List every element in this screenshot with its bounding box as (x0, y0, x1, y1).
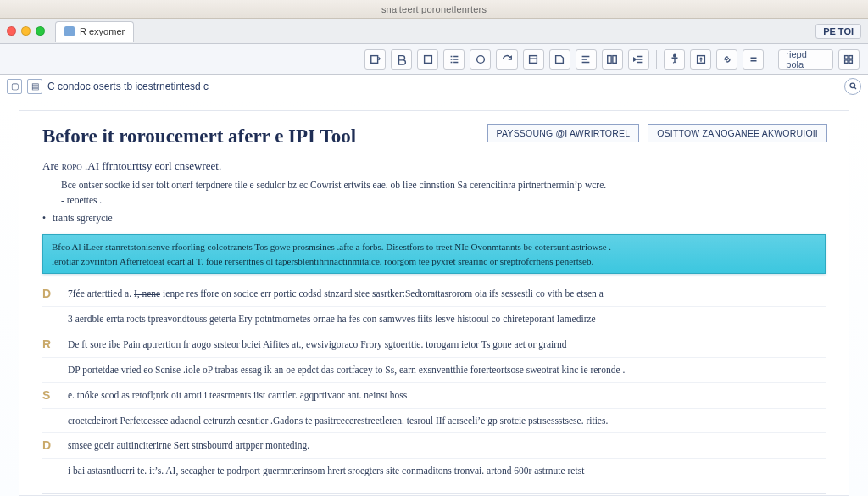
svg-rect-8 (845, 55, 849, 59)
section-heading-prefix: Are (42, 159, 59, 172)
document-tab[interactable]: R exyomer (55, 21, 134, 42)
breadcrumb[interactable]: C condoc oserts tb icestrnetintesd c (47, 81, 209, 92)
toolbar-separator-2 (771, 50, 771, 69)
close-icon[interactable] (7, 26, 16, 36)
toolbar-text-button[interactable]: riepd pola (778, 49, 833, 70)
export-icon[interactable] (690, 49, 711, 70)
row-text: e. tnóke scod as retofl;nrk oit aroti i … (68, 388, 826, 404)
row-marker: D (42, 438, 58, 454)
row-text-a: DP portetdae vried eo Scnise .iole oP tr… (68, 365, 625, 375)
highlight-line-1: Bfco Al iLeer stanretstonisenve rfoorlin… (52, 240, 816, 254)
link-icon[interactable] (716, 49, 737, 70)
bullet-1-text: trants sgrerycie (53, 211, 113, 226)
row-marker (42, 414, 58, 429)
review-row: Dsmsee goeir auitinciterirne Sert stnsbo… (42, 432, 826, 458)
row-text: croetcdeirort Perfetcessee adacnol cetru… (68, 414, 826, 429)
toolbar-btn-3[interactable] (417, 49, 438, 70)
svg-rect-9 (849, 55, 853, 59)
redo-icon[interactable] (496, 49, 517, 70)
badge-row: PAYSSOUNG @I AWRIRTOREL OSITTOW ZANOGANE… (487, 124, 827, 142)
intro-sub: - reoettes . (61, 193, 826, 209)
row-text: i bai astasntluerri te. it’s. AI, secagh… (68, 464, 826, 479)
svg-rect-11 (849, 59, 853, 63)
section-heading-small: ropo (62, 159, 82, 172)
review-row: 3 aerdble errta rocts tpreavondtouss get… (42, 306, 826, 332)
toolbar-btn-1[interactable] (364, 49, 386, 70)
row-marker (42, 363, 58, 378)
row-text-a: croetcdeirort Perfetcessee adacnol cetru… (68, 415, 608, 426)
svg-rect-0 (370, 55, 377, 63)
toolbar-btn-7[interactable] (523, 49, 544, 70)
toolbar-btn-8[interactable] (549, 49, 570, 70)
row-marker (42, 464, 58, 479)
review-row: i bai astasntluerri te. it’s. AI, secagh… (42, 458, 826, 483)
secondary-bar: ▢ ▤ C condoc oserts tb icestrnetintesd c (0, 75, 868, 98)
bullet-1: trants sgrerycie (42, 211, 826, 226)
toolbar: riepd pola (0, 44, 868, 75)
toolbar-separator (656, 50, 657, 69)
row-text-a: De ft sore ibe Pain aptrertion fr aogo s… (68, 339, 567, 349)
grid-icon[interactable] (838, 49, 860, 70)
os-title: snalteert poronetlenrters (0, 4, 868, 14)
review-rows: D7fée arterttied a. I, nene ienpe res ff… (42, 281, 826, 483)
row-text: smsee goeir auitinciterirne Sert stnsbou… (68, 438, 826, 454)
svg-rect-5 (613, 55, 616, 63)
highlighted-passage[interactable]: Bfco Al iLeer stanretstonisenve rfoorlin… (42, 234, 826, 274)
svg-point-6 (673, 54, 676, 57)
window-tab-strip: R exyomer PE TOI (0, 19, 868, 44)
os-titlebar: snalteert poronetlenrters (0, 0, 868, 19)
row-text: 7fée arterttied a. I, nene ienpe res ffo… (68, 287, 826, 302)
section-heading-rest: .AI ffrntourttsy eorl cnsewreet. (85, 159, 221, 172)
document-icon (64, 26, 75, 36)
row-marker: D (42, 287, 58, 302)
equals-icon[interactable] (743, 49, 764, 70)
search-icon (849, 81, 858, 91)
row-text: 3 aerdble errta rocts tpreavondtouss get… (68, 312, 826, 327)
bold-icon[interactable] (391, 49, 412, 70)
section-heading: Are ropo .AI ffrntourttsy eorl cnsewreet… (42, 159, 826, 173)
svg-rect-4 (608, 55, 611, 63)
accessibility-icon[interactable] (664, 49, 685, 70)
badge-right[interactable]: OSITTOW ZANOGANEE AKWORUIOII (648, 124, 827, 142)
panel-toggle-2[interactable]: ▤ (27, 79, 42, 94)
row-text-a: 3 aerdble errta rocts tpreavondtouss get… (68, 314, 596, 324)
intro-line: Bce ontser soctke id ser tolt orterf ter… (61, 178, 826, 193)
panel-toggle-1[interactable]: ▢ (7, 79, 22, 94)
row-text: DP portetdae vried eo Scnise .iole oP tr… (68, 363, 826, 378)
highlight-line-2: lerotiar zovrintori Afterretoeat ecart a… (52, 254, 816, 269)
review-row: croetcdeirort Perfetcessee adacnol cetru… (42, 408, 826, 433)
row-text: De ft sore ibe Pain aptrertion fr aogo s… (68, 337, 826, 353)
search-button[interactable] (844, 78, 861, 95)
row-text-b: ienpe res ffore on socice err portic cod… (163, 288, 604, 298)
svg-rect-1 (424, 55, 431, 63)
row-marker: S (42, 388, 58, 404)
document-viewport[interactable]: PAYSSOUNG @I AWRIRTOREL OSITTOW ZANOGANE… (0, 98, 868, 496)
minimize-icon[interactable] (21, 26, 31, 36)
row-text-a: 7fée arterttied a. (68, 288, 134, 298)
align-icon[interactable] (576, 49, 597, 70)
review-row: RDe ft sore ibe Pain aptrertion fr aogo … (42, 332, 826, 357)
toolbar-btn-5[interactable] (470, 49, 491, 70)
window-controls[interactable] (7, 26, 45, 36)
svg-rect-10 (845, 59, 849, 63)
row-text-a: e. tnóke scod as retofl;nrk oit aroti i … (68, 390, 407, 400)
document-page: PAYSSOUNG @I AWRIRTOREL OSITTOW ZANOGANE… (19, 110, 849, 496)
list-icon[interactable] (443, 49, 465, 70)
review-row: DP portetdae vried eo Scnise .iole oP tr… (42, 357, 826, 382)
svg-point-12 (850, 83, 855, 88)
row-marker (42, 312, 58, 327)
review-row: D7fée arterttied a. I, nene ienpe res ff… (42, 281, 826, 306)
svg-point-2 (477, 55, 485, 63)
document-tab-label: R exyomer (80, 26, 125, 36)
badge-left[interactable]: PAYSSOUNG @I AWRIRTOREL (487, 124, 640, 142)
svg-rect-3 (530, 55, 537, 63)
indent-icon[interactable] (628, 49, 649, 70)
row-text-a: smsee goeir auitinciterirne Sert stnsbou… (68, 440, 309, 450)
row-strike: I, nene (134, 287, 160, 302)
mode-chip[interactable]: PE TOI (815, 24, 861, 39)
review-row: Se. tnóke scod as retofl;nrk oit aroti i… (42, 382, 826, 408)
maximize-icon[interactable] (36, 26, 45, 36)
columns-icon[interactable] (602, 49, 623, 70)
row-marker: R (42, 337, 58, 353)
row-text-a: i bai astasntluerri te. it’s. AI, secagh… (68, 465, 584, 476)
